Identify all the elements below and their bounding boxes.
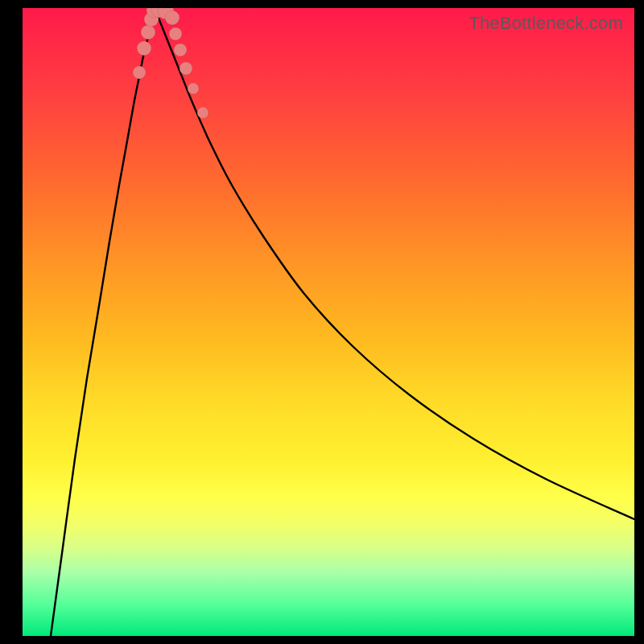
data-marker [197, 107, 208, 118]
plot-area: TheBottleneck.com [23, 8, 634, 636]
data-marker [141, 25, 155, 39]
data-marker [174, 43, 187, 56]
curve-left-branch [51, 10, 155, 636]
data-marker [169, 27, 182, 40]
marker-group [133, 8, 208, 118]
curve-svg [23, 8, 634, 636]
watermark-text: TheBottleneck.com [469, 13, 623, 34]
data-marker [165, 10, 180, 25]
data-marker [137, 41, 151, 56]
data-marker [133, 66, 146, 79]
curve-right-branch [155, 10, 634, 519]
data-marker [180, 62, 192, 75]
data-marker [188, 83, 199, 94]
chart-frame: TheBottleneck.com [0, 0, 644, 644]
